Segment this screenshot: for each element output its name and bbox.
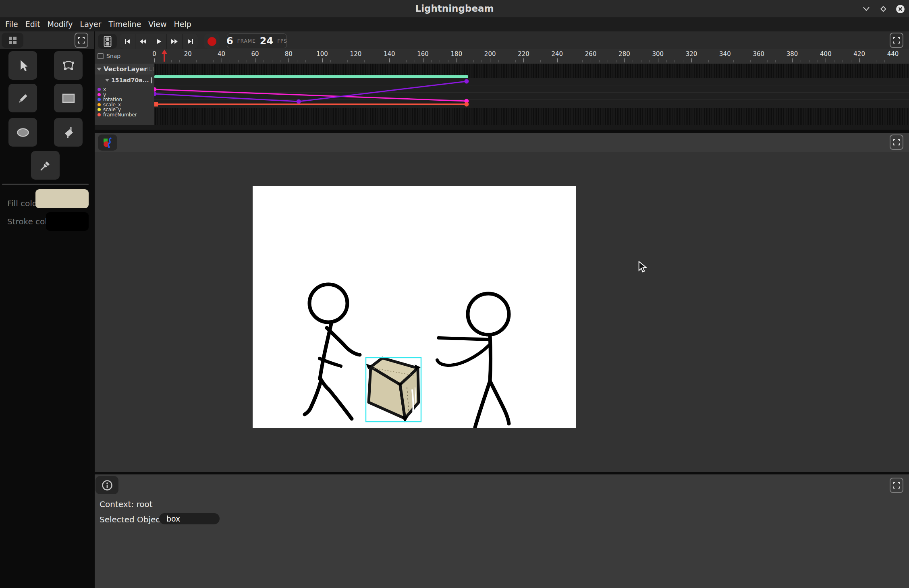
rectangle-tool-button[interactable] <box>54 84 83 112</box>
fill-color-swatch[interactable] <box>35 189 89 208</box>
menubar-items: FileEditModifyLayerTimelineViewHelp <box>2 17 195 31</box>
curve-y[interactable] <box>154 89 467 101</box>
keyframe-x[interactable] <box>297 99 301 104</box>
fullscreen-icon <box>893 139 900 145</box>
keyframe-x[interactable] <box>464 79 469 84</box>
layer-suffix: [L] <box>147 66 154 72</box>
skip-to-end-button[interactable] <box>183 34 198 49</box>
ruler-label: 0 <box>152 50 156 58</box>
property-row-x[interactable]: x <box>95 87 154 92</box>
stage[interactable] <box>253 186 576 428</box>
fullscreen-icon <box>893 37 900 43</box>
chevron-down-icon <box>863 6 870 12</box>
keyframe-frameNumber[interactable] <box>154 102 158 107</box>
property-color-dot <box>98 98 101 101</box>
fast-forward-button[interactable] <box>167 34 182 49</box>
fast-forward-icon <box>171 38 178 45</box>
close-icon <box>896 4 905 14</box>
ruler-label: 260 <box>585 50 597 58</box>
rewind-button[interactable] <box>135 34 151 49</box>
fps-unit-label: FPS <box>277 38 287 44</box>
timeline-scroll-strip[interactable] <box>95 125 909 130</box>
select-cursor-icon <box>17 59 29 72</box>
tools-panel: Fill color: Stroke color: <box>0 31 94 588</box>
minimize-button[interactable] <box>861 4 871 14</box>
timeline-expand-button[interactable] <box>890 33 903 48</box>
object-name: 151ad70a... <box>111 77 149 83</box>
record-icon <box>208 37 216 46</box>
menu-item-timeline[interactable]: Timeline <box>105 17 145 31</box>
collapse-triangle-icon[interactable] <box>105 79 109 82</box>
maximize-button[interactable] <box>878 4 888 14</box>
menu-item-view[interactable]: View <box>145 17 170 31</box>
collapse-triangle-icon[interactable] <box>97 68 102 71</box>
ruler-label: 40 <box>218 50 225 58</box>
ruler-label: 280 <box>618 50 630 58</box>
play-button[interactable] <box>151 34 166 49</box>
timeline-content: VectorLayer [L] 151ad70a... ~ xyrotation… <box>95 64 909 125</box>
property-row-rotation[interactable]: rotation <box>95 97 154 102</box>
menu-item-modify[interactable]: Modify <box>44 17 77 31</box>
selected-object-label: Selected Object <box>100 515 163 524</box>
shapes-icon <box>102 137 113 148</box>
property-label: x <box>103 87 106 92</box>
transform-tool-button[interactable] <box>54 51 83 80</box>
object-row[interactable]: 151ad70a... ~ <box>95 75 154 86</box>
snap-checkbox[interactable] <box>98 53 104 59</box>
frame-fps-display[interactable]: 6 FRAME 24 FPS <box>227 33 287 48</box>
keyframe-frameNumber[interactable] <box>464 102 469 107</box>
keyframe-y[interactable] <box>154 87 157 92</box>
menu-item-edit[interactable]: Edit <box>22 17 44 31</box>
property-row-scale_x[interactable]: scale_x <box>95 102 154 108</box>
menu-item-help[interactable]: Help <box>170 17 195 31</box>
status-expand-button[interactable] <box>890 478 903 493</box>
ruler-label: 60 <box>251 50 259 58</box>
stroke-color-swatch[interactable] <box>46 212 89 231</box>
timeline-panel: 6 FRAME 24 FPS Snap 02040608010012014016… <box>95 31 909 130</box>
menu-item-layer[interactable]: Layer <box>77 17 105 31</box>
ruler-label: 240 <box>551 50 563 58</box>
shapes-mode-button[interactable] <box>98 135 117 151</box>
property-row-scale_y[interactable]: scale_y <box>95 107 154 112</box>
object-visibility-button[interactable] <box>151 77 152 83</box>
skip-to-end-icon <box>187 38 194 45</box>
property-row-frameNumber[interactable]: frameNumber <box>95 112 154 118</box>
pencil-tool-button[interactable] <box>8 84 37 112</box>
ellipse-tool-button[interactable] <box>8 118 37 147</box>
close-button[interactable] <box>895 4 905 14</box>
ruler-label: 80 <box>285 50 293 58</box>
fullscreen-icon <box>893 482 900 489</box>
frame-ruler[interactable]: 0204060801001201401601802002202402602803… <box>154 49 909 64</box>
record-button[interactable] <box>204 34 220 49</box>
selected-object-input[interactable]: box <box>159 513 220 524</box>
film-strip-button[interactable] <box>98 34 117 49</box>
stick-figure-left[interactable] <box>305 284 360 419</box>
property-label: scale_x <box>103 102 121 107</box>
track-area[interactable] <box>154 64 909 125</box>
stick-figure-right[interactable] <box>437 294 509 427</box>
canvas-expand-button[interactable] <box>890 135 903 150</box>
skip-to-start-button[interactable] <box>120 34 135 49</box>
layer-row-vectorlayer[interactable]: VectorLayer [L] <box>95 64 154 75</box>
selected-box-object[interactable] <box>366 358 421 422</box>
menu-item-file[interactable]: File <box>2 17 22 31</box>
playhead[interactable] <box>161 50 168 63</box>
keyframe-x[interactable] <box>154 92 157 96</box>
ruler-label: 300 <box>652 50 664 58</box>
grid-view-button[interactable] <box>2 33 23 48</box>
ruler-label: 20 <box>184 50 192 58</box>
ruler-label: 220 <box>518 50 529 58</box>
ruler-label: 440 <box>887 50 899 58</box>
property-row-y[interactable]: y <box>95 92 154 97</box>
status-panel: Context: root Selected Object box <box>95 474 909 588</box>
property-list: xyrotationscale_xscale_yframeNumber <box>95 87 154 117</box>
paint-bucket-tool-button[interactable] <box>54 118 83 147</box>
fullscreen-icon <box>78 37 85 43</box>
select-tool-button[interactable] <box>8 51 37 80</box>
info-button[interactable] <box>95 476 118 494</box>
skip-to-start-icon <box>124 38 131 45</box>
ruler-label: 340 <box>719 50 731 58</box>
stage-drawing <box>253 186 576 428</box>
eyedropper-tool-button[interactable] <box>31 151 60 180</box>
tools-expand-button[interactable] <box>75 33 88 48</box>
